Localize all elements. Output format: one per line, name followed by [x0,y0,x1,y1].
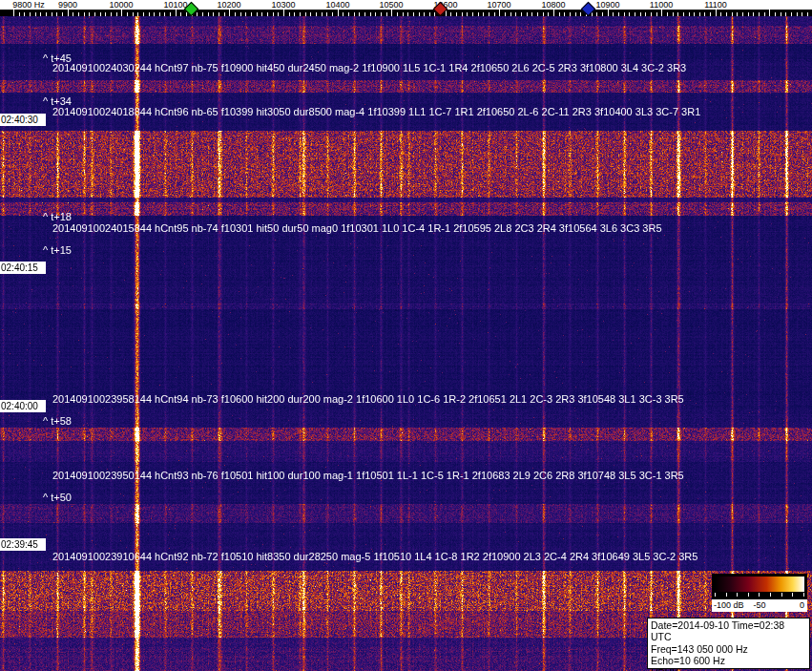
freq-tick [575,12,576,16]
freq-tick [785,12,786,16]
db-min-label: -100 dB [714,599,744,612]
detection-log-line: 20140910023950144 hCnt93 nb-76 f10501 hi… [52,471,684,481]
freq-tick [775,12,776,16]
freq-tick [348,12,349,16]
freq-tick [407,12,408,16]
detection-log-line: 20140910023958144 hCnt94 nb-73 f10600 hi… [52,394,684,405]
color-scale-labels: -100 dB -50 0 [712,599,807,612]
time-label: 02:40:15 [0,262,46,274]
freq-tick [608,10,609,16]
freq-tick [596,12,597,16]
freq-tick [137,12,138,16]
freq-tick [46,12,47,16]
freq-tick [170,12,171,16]
freq-tick [683,12,684,16]
meteor-spectrogram-screen: 9800 Hz990010000101001020010300104001050… [0,0,812,671]
info-station-line: HPHK [651,667,806,671]
freq-tick [375,12,376,16]
freq-tick [429,12,430,16]
freq-tick [30,12,31,16]
freq-tick [202,12,203,16]
freq-tick [176,10,177,16]
freq-tick [213,12,214,16]
freq-tick [56,12,57,16]
freq-tick [359,12,360,16]
freq-tick [133,12,134,16]
freq-tick [310,12,311,16]
freq-tick [121,10,122,16]
time-label: 02:39:45 [0,538,46,551]
freq-tick [797,12,798,16]
detection-log-line: 20140910024015844 hCnt95 nb-74 f10301 hi… [52,223,662,234]
color-scale-ticks [715,593,804,597]
freq-label: 10000 [109,0,133,10]
freq-tick [704,12,705,16]
freq-tick [159,12,160,16]
freq-tick [403,12,404,16]
freq-tick [450,12,451,16]
freq-tick [462,12,463,16]
freq-tick [149,12,150,16]
freq-tick [699,12,700,16]
freq-tick [781,12,781,16]
freq-tick [143,12,144,16]
db-color-scale: -100 dB -50 0 [712,574,807,612]
freq-tick [289,12,290,16]
freq-label: 9900 [58,0,77,10]
freq-tick [52,12,52,16]
freq-tick [564,12,565,16]
freq-tick [673,12,674,16]
freq-tick [531,12,532,16]
freq-tick [559,12,560,16]
freq-tick [116,12,117,16]
freq-tick [370,12,371,16]
event-time-marker: ^ t+58 [43,416,72,427]
info-freq-line: Freq=143 050 000 Hz [651,643,806,655]
freq-tick [89,12,90,16]
freq-tick [278,12,279,16]
freq-tick [273,12,274,16]
freq-tick [624,12,625,16]
freq-label: 10800 [541,0,565,10]
freq-tick [24,12,25,16]
freq-tick [478,12,479,16]
freq-tick [180,12,181,16]
detection-log-line: 20140910024018844 hCnt96 nb-65 f10399 hi… [52,107,700,117]
freq-label: 11100 [704,0,727,10]
freq-tick [111,12,112,16]
event-time-marker: ^ t+15 [43,245,72,256]
frequency-axis: 9800 Hz990010000101001020010300104001050… [0,0,812,16]
freq-tick [716,10,717,16]
freq-tick [527,12,528,16]
freq-tick [127,12,128,16]
db-max-label: 0 [800,599,804,612]
freq-tick [100,12,101,16]
freq-label: 10200 [217,0,240,10]
freq-tick [764,12,765,16]
freq-tick [261,12,262,16]
freq-tick [164,12,165,16]
freq-tick [62,12,63,16]
freq-tick [505,12,506,16]
freq-tick [456,12,457,16]
freq-tick [548,12,549,16]
freq-label: 10300 [271,0,295,10]
freq-tick [602,12,603,16]
freq-tick [381,12,382,16]
freq-tick [483,12,484,16]
freq-tick [510,12,511,16]
freq-tick [720,12,721,16]
freq-tick [499,10,500,16]
freq-tick [267,12,268,16]
color-gradient-bar [715,577,804,592]
freq-tick [283,10,284,16]
freq-tick [489,12,489,16]
freq-tick [78,12,79,16]
freq-tick [305,12,306,16]
freq-tick [467,12,468,16]
freq-tick [300,12,301,16]
freq-tick [737,12,738,16]
freq-tick [651,12,652,16]
freq-tick [94,12,95,16]
freq-tick [667,12,668,16]
